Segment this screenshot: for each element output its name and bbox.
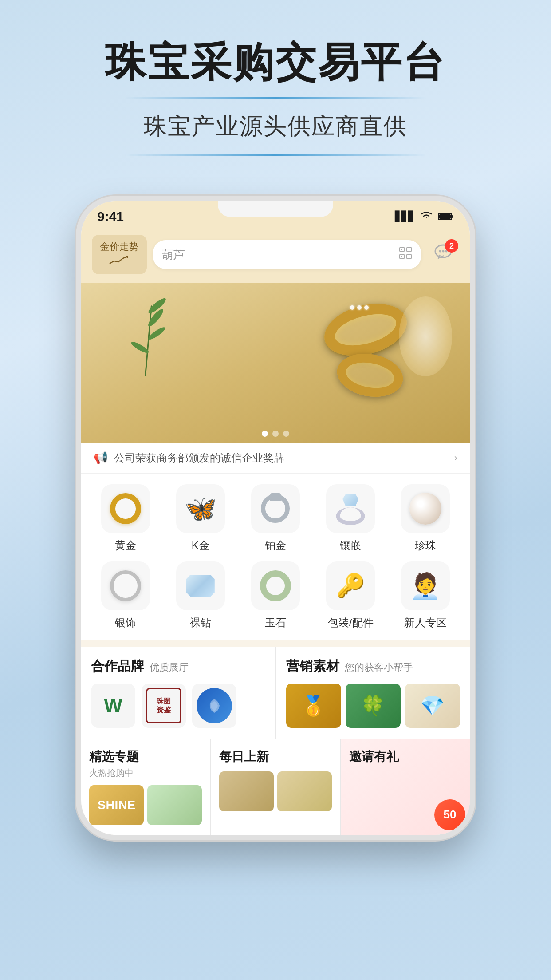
gold-trend-label: 金价走势	[100, 241, 139, 253]
silver-icon-box	[101, 561, 150, 610]
signal-icon: ▋▋▋	[395, 211, 415, 222]
category-jade[interactable]: 玉石	[240, 561, 311, 630]
packaging-label: 包装/配件	[328, 616, 374, 630]
brand-w-icon: W	[104, 695, 122, 717]
brand-zhutu-box[interactable]: 珠图资鉴	[142, 684, 186, 728]
category-platinum[interactable]: 铂金	[240, 484, 311, 553]
featured-img-2[interactable]	[147, 785, 202, 825]
phone-notch	[218, 201, 333, 217]
kgold-label: K金	[192, 538, 209, 553]
banner-jewelry-display	[81, 283, 470, 443]
status-time: 9:41	[97, 209, 124, 224]
category-packaging[interactable]: 🔑 包装/配件	[315, 561, 386, 630]
featured-images: SHINE	[89, 785, 202, 825]
invite-title: 邀请有礼	[349, 748, 462, 765]
daily-images	[219, 771, 332, 811]
marketing-card-header: 营销素材 您的获客小帮手	[286, 657, 460, 676]
brand-card-header: 合作品牌 优质展厅	[91, 657, 265, 676]
phone-content: 金价走势 葫芦 2	[81, 228, 470, 834]
battery-icon	[438, 212, 454, 221]
subtitle: 珠宝产业源头供应商直供	[0, 111, 551, 142]
platinum-label: 铂金	[265, 538, 286, 553]
banner-dots	[262, 431, 289, 437]
daily-img-2[interactable]	[277, 771, 332, 811]
category-pearl[interactable]: 珍珠	[390, 484, 461, 553]
cooperation-brand-card: 合作品牌 优质展厅 W 珠图资鉴	[81, 647, 275, 739]
category-diamond[interactable]: 裸钻	[165, 561, 236, 630]
wifi-icon	[420, 210, 433, 223]
search-placeholder: 葫芦	[162, 247, 185, 262]
diamond-icon-box	[176, 561, 225, 610]
silver-ring-icon	[110, 570, 141, 601]
category-newuser[interactable]: 🧑‍💼 新人专区	[390, 561, 461, 630]
divider-top	[125, 97, 426, 99]
invite-badge[interactable]: 50	[434, 799, 465, 830]
category-silver[interactable]: 银饰	[90, 561, 161, 630]
trend-chart-icon	[109, 255, 130, 268]
scan-icon[interactable]	[399, 246, 412, 263]
jade-ring-icon	[260, 570, 291, 601]
banner-dot-3[interactable]	[283, 431, 289, 437]
category-section: 黄金 🦋 K金	[81, 474, 470, 640]
platinum-icon-box	[251, 484, 300, 533]
diamond-gem-icon	[186, 575, 215, 597]
inlay-icon-box	[326, 484, 375, 533]
marketing-card-title: 营销素材	[286, 657, 339, 676]
svg-point-12	[439, 250, 441, 252]
featured-img-1[interactable]: SHINE	[89, 785, 144, 825]
hero-banner[interactable]	[81, 283, 470, 443]
featured-subtitle: 火热抢购中	[89, 767, 202, 779]
packaging-icon: 🔑	[336, 572, 365, 599]
notice-arrow-icon: ›	[454, 452, 457, 464]
brand-w-logo-box[interactable]: W	[91, 684, 135, 728]
banner-dot-2[interactable]	[272, 431, 279, 437]
hero-section: 珠宝采购交易平台 珠宝产业源头供应商直供	[0, 0, 551, 196]
brand-card-subtitle: 优质展厅	[150, 661, 189, 674]
brand-blue-box[interactable]	[192, 684, 236, 728]
newuser-label: 新人专区	[404, 616, 447, 630]
svg-rect-9	[409, 249, 409, 250]
category-inlay[interactable]: 镶嵌	[315, 484, 386, 553]
daily-new-card: 每日上新	[211, 739, 340, 835]
category-kgold[interactable]: 🦋 K金	[165, 484, 236, 553]
butterfly-icon: 🦋	[185, 494, 216, 524]
brand-card-title: 合作品牌	[91, 657, 144, 676]
inlay-label: 镶嵌	[340, 538, 361, 553]
marketing-img-1[interactable]: 🥇	[286, 684, 341, 728]
pearl-icon-box	[401, 484, 450, 533]
pearl-label: 珍珠	[415, 538, 436, 553]
message-button[interactable]: 2	[427, 238, 459, 270]
diamond-label: 裸钻	[190, 616, 211, 630]
daily-img-1[interactable]	[219, 771, 274, 811]
notice-bar[interactable]: 📢 公司荣获商务部颁发的诚信企业奖牌 ›	[81, 443, 470, 474]
divider-bottom	[125, 154, 426, 156]
svg-rect-2	[439, 214, 451, 219]
jade-icon-box	[251, 561, 300, 610]
brand-zhutu-icon: 珠图资鉴	[146, 688, 181, 723]
brand-logos-row: W 珠图资鉴	[91, 684, 265, 728]
newuser-icon-box: 🧑‍💼	[401, 561, 450, 610]
marketing-img-2[interactable]: 🍀	[346, 684, 401, 728]
marketing-img-3[interactable]: 💎	[405, 684, 460, 728]
svg-rect-8	[401, 256, 402, 257]
banner-dot-1[interactable]	[262, 431, 268, 437]
category-gold[interactable]: 黄金	[90, 484, 161, 553]
jade-label: 玉石	[265, 616, 286, 630]
svg-point-13	[442, 250, 445, 252]
featured-card: 精选专题 火热抢购中 SHINE	[81, 739, 210, 835]
packaging-icon-box: 🔑	[326, 561, 375, 610]
gold-icon-box	[101, 484, 150, 533]
daily-new-title: 每日上新	[219, 748, 332, 765]
svg-rect-7	[401, 249, 402, 250]
status-icons: ▋▋▋	[395, 210, 454, 223]
bottom-grid: 合作品牌 优质展厅 W 珠图资鉴	[81, 647, 470, 739]
kgold-icon-box: 🦋	[176, 484, 225, 533]
phone-wrapper: 9:41 ▋▋▋ 金价走势	[0, 196, 551, 840]
gold-trend-button[interactable]: 金价走势	[92, 235, 147, 274]
category-grid: 黄金 🦋 K金	[90, 484, 461, 630]
search-bar[interactable]: 葫芦	[153, 240, 421, 269]
gold-label: 黄金	[115, 538, 136, 553]
bottom-3-grid: 精选专题 火热抢购中 SHINE 每日上新	[81, 739, 470, 835]
marketing-card: 营销素材 您的获客小帮手 🥇 🍀 💎	[276, 647, 470, 739]
message-badge: 2	[445, 239, 458, 253]
